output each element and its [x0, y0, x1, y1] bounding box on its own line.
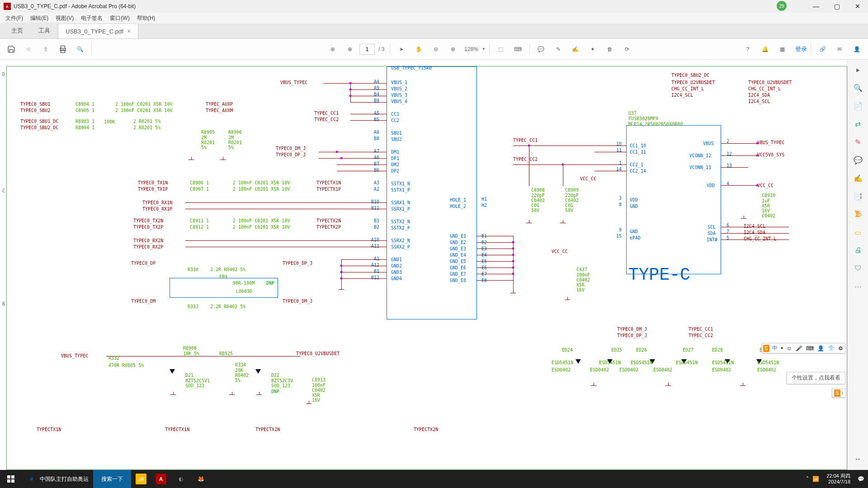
net-label: I2C4_SCL — [748, 99, 770, 104]
schematic-drawing: USB_TYPEC_T15R0 VBUS_1 VBUS_2 VBUS_3 VBU… — [6, 66, 847, 470]
tab-home[interactable]: 主页 — [4, 23, 31, 38]
keyboard-icon[interactable]: ⌨ — [510, 42, 526, 57]
document-area: USB_TYPEC_T15R0 VBUS_1 VBUS_2 VBUS_3 VBU… — [0, 60, 868, 470]
ime-float-indicator[interactable]: S ⁝ — [832, 389, 845, 398]
tray-chevron-icon[interactable]: ˄ — [806, 476, 809, 482]
cloud-upload-icon[interactable]: ⇪ — [38, 42, 53, 57]
junction — [512, 267, 514, 269]
help-icon[interactable]: ? — [740, 42, 755, 57]
menu-window[interactable]: 窗口(W) — [106, 14, 133, 22]
profile-icon[interactable]: 👤 — [849, 42, 864, 57]
taskbar-firefox[interactable]: 🦊 — [191, 470, 211, 488]
ime-toolbar[interactable]: S 中•☺🎤⌨👤👕⚙ — [762, 343, 845, 353]
print-prod-icon[interactable]: 🖨 — [852, 244, 864, 257]
junction — [756, 155, 759, 157]
pin-num: B5 — [374, 117, 379, 122]
val: 220pF C0402 C0G 50V — [531, 193, 545, 213]
minimize-button[interactable]: — — [806, 0, 826, 13]
menu-view[interactable]: 视图(V) — [52, 14, 77, 22]
refdes: R8904 1 — [75, 125, 94, 130]
taskbar-explorer[interactable]: 📁 — [131, 470, 151, 488]
hand-icon[interactable]: ✋ — [411, 42, 426, 57]
redact-icon[interactable]: ▭ — [852, 226, 864, 239]
tray-notifications-icon[interactable]: 💬 — [858, 476, 864, 482]
net-label: TYPEC0_SBU1 — [20, 102, 50, 107]
menu-edit[interactable]: 编辑(E) — [27, 14, 52, 22]
start-button[interactable] — [0, 470, 22, 488]
pin-num: B8 — [374, 136, 379, 141]
fit-width-icon[interactable]: ⬚ — [493, 42, 509, 57]
pin-label: GND_E5 — [450, 259, 466, 264]
junction — [349, 82, 352, 84]
compress-icon[interactable]: 🗜 — [852, 208, 864, 221]
taskbar-acrobat[interactable]: A — [151, 470, 171, 488]
collapse-pane-icon[interactable]: ↔ — [852, 453, 864, 465]
mail-icon[interactable]: ✉ — [832, 42, 847, 57]
page-down-icon[interactable]: ⊕ — [342, 42, 358, 57]
organize-icon[interactable]: 📑 — [852, 190, 864, 202]
star-icon[interactable]: ☆ — [21, 42, 36, 57]
page-number-input[interactable] — [359, 44, 375, 55]
document-canvas[interactable]: USB_TYPEC_T15R0 VBUS_1 VBUS_2 VBUS_3 VBU… — [0, 60, 868, 470]
page-up-icon[interactable]: ⊕ — [325, 42, 340, 57]
taskbar-search[interactable]: 搜索一下 — [93, 470, 131, 488]
close-button[interactable]: ✕ — [847, 0, 868, 13]
magnify-icon[interactable]: 🔍 — [852, 81, 864, 94]
link-icon[interactable]: 🔗 — [815, 42, 830, 57]
tray-clock[interactable]: 22:04 周四 2024/7/18 — [823, 473, 854, 485]
val: ESD0402 — [619, 367, 638, 372]
pin-label: VBUS_4 — [391, 99, 407, 104]
sign-icon[interactable]: ✍ — [568, 42, 583, 57]
delete-icon[interactable]: 🗑 — [602, 42, 618, 57]
comment-icon[interactable]: 💬 — [533, 42, 549, 57]
login-button[interactable]: 登录 — [795, 45, 807, 53]
tab-close-icon[interactable]: × — [127, 28, 131, 35]
wire — [341, 278, 387, 279]
pin-label: VBUS_3 — [391, 93, 407, 98]
protect-icon[interactable]: 🛡 — [852, 262, 864, 275]
junction — [512, 241, 514, 244]
menu-help[interactable]: 帮助(H) — [133, 14, 159, 22]
wire — [319, 158, 387, 159]
cursor-icon[interactable]: ➤ — [394, 42, 409, 57]
comment-tool-icon[interactable]: 💬 — [852, 154, 864, 166]
stamp-icon[interactable]: ✦ — [585, 42, 600, 57]
print-icon[interactable] — [55, 42, 71, 57]
search-icon[interactable]: 🔍 — [72, 42, 88, 57]
tab-tools[interactable]: 工具 — [31, 23, 58, 38]
ground-symbol — [739, 383, 746, 388]
panel-toggle-icon[interactable]: ▸ — [852, 63, 864, 76]
edit-pdf-icon[interactable]: ✎ — [852, 136, 864, 148]
zoom-level[interactable]: 128% — [464, 46, 478, 52]
create-pdf-icon[interactable]: 📄 — [852, 99, 864, 112]
zoom-in-icon[interactable]: ⊕ — [445, 42, 461, 57]
menu-file[interactable]: 文件(F) — [2, 14, 27, 22]
export-pdf-icon[interactable]: ⇄ — [852, 117, 864, 130]
val: ESD0402 — [552, 367, 571, 372]
notification-badge[interactable]: 29 — [777, 1, 787, 11]
tab-document[interactable]: USB3_0_TYPE_C.pdf × — [58, 23, 138, 38]
highlight-icon[interactable]: ✎ — [551, 42, 566, 57]
tray-network-icon[interactable]: 📶 — [812, 476, 819, 482]
wire — [185, 247, 387, 247]
val: 2M R0201 5% — [201, 135, 215, 150]
pin-label: SSTX1_N — [391, 181, 410, 186]
apps-icon[interactable]: ▦ — [774, 42, 790, 57]
menu-sign[interactable]: 电子签名 — [77, 14, 106, 22]
pin-num: 3 — [619, 196, 622, 201]
maximize-button[interactable]: ▢ — [826, 0, 847, 13]
bell-icon[interactable]: 🔔 — [757, 42, 773, 57]
taskbar-edge[interactable]: e 中国队主打自助奥运 — [22, 470, 93, 488]
pin-label: GND2 — [391, 263, 402, 268]
wire — [594, 171, 626, 171]
sign-tool-icon[interactable]: ✍ — [852, 172, 864, 184]
rotate-icon[interactable]: ⟳ — [619, 42, 635, 57]
refdes: ED26 — [636, 347, 647, 352]
settings-tooltip[interactable]: 个性设置，点我看看 — [787, 372, 845, 384]
save-icon[interactable] — [4, 42, 19, 57]
zoom-out-icon[interactable]: ⊖ — [428, 42, 443, 57]
val: 100K — [104, 119, 115, 124]
taskbar-app[interactable]: ◐ — [171, 470, 191, 488]
more-tools-icon[interactable]: ⋯ — [852, 280, 864, 293]
wire — [341, 266, 387, 266]
